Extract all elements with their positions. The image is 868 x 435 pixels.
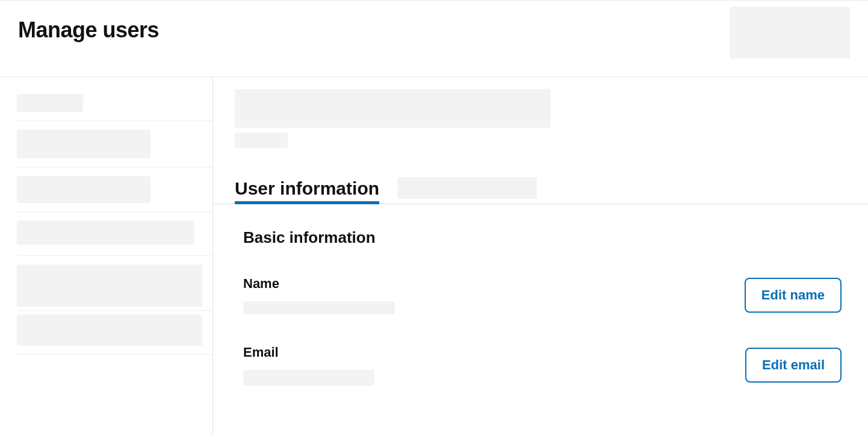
sidebar-section	[17, 264, 212, 311]
sidebar	[0, 77, 213, 435]
user-information-panel: Basic information Name Edit name Email E…	[235, 204, 850, 386]
field-label-name: Name	[243, 276, 395, 292]
section-heading-basic-information: Basic information	[243, 228, 842, 247]
tab-placeholder	[397, 177, 537, 199]
field-row-email: Email Edit email	[243, 345, 842, 386]
sidebar-section	[17, 221, 212, 256]
sidebar-item-placeholder	[17, 315, 202, 346]
field-row-name: Name Edit name	[243, 276, 842, 315]
field-value-name-placeholder	[243, 301, 395, 315]
user-subtitle-placeholder	[235, 133, 288, 148]
main-content: User information Basic information Name …	[213, 77, 868, 435]
edit-name-button[interactable]: Edit name	[745, 278, 842, 313]
sidebar-section	[17, 315, 212, 355]
field-label-email: Email	[243, 345, 374, 360]
sidebar-section	[17, 130, 212, 167]
sidebar-item-placeholder	[17, 221, 194, 245]
content-wrapper: User information Basic information Name …	[0, 77, 868, 435]
user-title-placeholder	[235, 89, 551, 128]
field-info: Email	[243, 345, 374, 386]
sidebar-section	[17, 176, 212, 212]
sidebar-item-placeholder	[17, 130, 150, 158]
sidebar-item-placeholder	[17, 264, 202, 307]
sidebar-item-placeholder	[17, 94, 83, 112]
header-action-placeholder	[730, 7, 850, 58]
page-title: Manage users	[18, 17, 159, 43]
field-info: Name	[243, 276, 395, 315]
sidebar-item-placeholder	[17, 176, 150, 203]
tab-user-information[interactable]: User information	[235, 178, 379, 204]
tabs: User information	[213, 177, 868, 204]
field-value-email-placeholder	[243, 370, 374, 386]
edit-email-button[interactable]: Edit email	[745, 348, 842, 383]
sidebar-section	[17, 94, 212, 121]
page-header: Manage users	[0, 0, 868, 77]
